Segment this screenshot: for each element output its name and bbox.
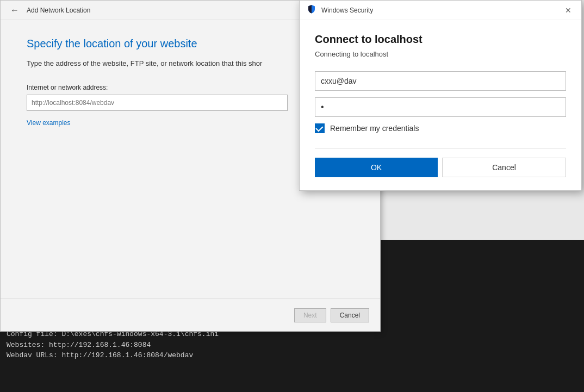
security-content: Connect to localhost Connecting to local… — [300, 20, 581, 190]
wizard-cancel-button[interactable]: Cancel — [331, 308, 369, 322]
connect-subtext: Connecting to localhost — [315, 50, 566, 58]
terminal-line: Webdav URLs: http://192.168.1.46:8084/we… — [7, 350, 577, 361]
security-title-text: Windows Security — [321, 7, 373, 14]
username-input[interactable] — [315, 71, 566, 91]
terminal-line: Websites: http://192.168.1.46:8084 — [7, 340, 577, 351]
view-examples-link[interactable]: View examples — [27, 119, 70, 127]
security-cancel-button[interactable]: Cancel — [442, 158, 566, 177]
security-titlebar: Windows Security ✕ — [300, 1, 581, 20]
next-button[interactable]: Next — [294, 308, 326, 322]
security-close-button[interactable]: ✕ — [562, 4, 575, 17]
wizard-footer: Next Cancel — [1, 298, 380, 331]
wizard-back-button[interactable]: ← — [7, 3, 22, 18]
remember-checkbox-wrap[interactable] — [315, 123, 325, 133]
remember-credentials-label: Remember my credentials — [330, 124, 419, 133]
connect-heading: Connect to localhost — [315, 33, 566, 46]
security-buttons: OK Cancel — [315, 148, 566, 177]
ok-button[interactable]: OK — [315, 158, 438, 177]
remember-credentials-row: Remember my credentials — [315, 123, 566, 133]
password-input[interactable] — [315, 97, 566, 117]
network-address-input[interactable] — [27, 95, 288, 111]
security-dialog: Windows Security ✕ Connect to localhost … — [299, 0, 582, 191]
wizard-title: Add Network Location — [27, 7, 90, 14]
shield-icon — [306, 4, 317, 17]
